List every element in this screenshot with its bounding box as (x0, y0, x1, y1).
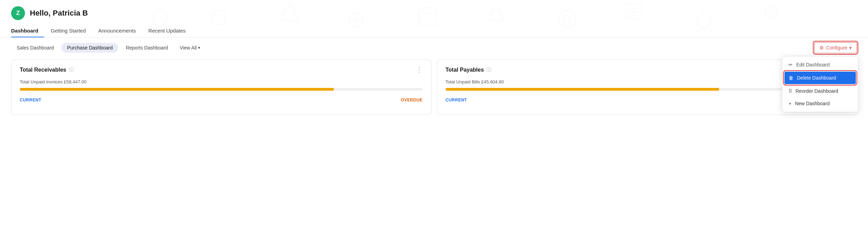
cards-row: Total Receivables ⓘ ⋮ Total Unpaid Invoi… (0, 60, 868, 115)
card-title-row-payables: Total Payables ⓘ (446, 67, 492, 73)
trash-icon: 🗑 (789, 75, 793, 81)
delete-dashboard-label: Delete Dashboard (797, 75, 836, 81)
configure-chevron-icon: ▾ (849, 45, 852, 51)
chip-reports-dashboard[interactable]: Reports Dashboard (120, 43, 173, 53)
tab-recent-updates[interactable]: Recent Updates (142, 24, 192, 37)
dropdown-reorder-dashboard[interactable]: ⠿ Reorder Dashboard (782, 85, 858, 97)
edit-icon: ✏ (789, 62, 793, 67)
dropdown-menu: ✏ Edit Dashboard 🗑 Delete Dashboard ⠿ Re… (782, 56, 858, 112)
new-dashboard-label: New Dashboard (795, 101, 830, 106)
progress-fill-receivables (20, 88, 334, 91)
edit-dashboard-label: Edit Dashboard (796, 62, 830, 67)
greeting: Hello, Patricia B (30, 9, 88, 18)
tab-dashboard[interactable]: Dashboard (11, 24, 44, 37)
dropdown-new-dashboard[interactable]: + New Dashboard (782, 97, 858, 110)
tab-announcements[interactable]: Announcements (92, 24, 142, 37)
filter-chips: Sales Dashboard Purchase Dashboard Repor… (11, 43, 204, 53)
view-all-button[interactable]: View All ▾ (175, 43, 204, 53)
header: Z Hello, Patricia B (0, 0, 868, 24)
card-menu-receivables[interactable]: ⋮ (416, 67, 423, 73)
progress-fill-payables (446, 88, 720, 91)
card-title-receivables: Total Receivables (20, 67, 66, 73)
dropdown-edit-dashboard[interactable]: ✏ Edit Dashboard (782, 58, 858, 71)
chip-sales-dashboard[interactable]: Sales Dashboard (11, 43, 59, 53)
info-icon-receivables[interactable]: ⓘ (69, 67, 74, 73)
card-footer-receivables: CURRENT OVERDUE (20, 98, 423, 102)
dropdown-delete-dashboard[interactable]: 🗑 Delete Dashboard (784, 72, 856, 84)
avatar: Z (11, 6, 25, 20)
chevron-down-icon: ▾ (198, 45, 200, 50)
chip-purchase-dashboard[interactable]: Purchase Dashboard (61, 43, 118, 53)
plus-icon: + (789, 101, 791, 106)
reorder-icon: ⠿ (789, 88, 792, 94)
nav-tabs: Dashboard Getting Started Announcements … (0, 24, 868, 37)
progress-bar-receivables (20, 88, 423, 91)
label-overdue-receivables: OVERDUE (401, 98, 423, 102)
card-title-row-receivables: Total Receivables ⓘ (20, 67, 74, 73)
filter-bar: Sales Dashboard Purchase Dashboard Repor… (0, 37, 868, 58)
card-subtitle-receivables: Total Unpaid Invoices £58,447.00 (20, 79, 423, 84)
info-icon-payables[interactable]: ⓘ (487, 67, 491, 73)
label-current-payables: CURRENT (446, 98, 467, 102)
card-title-payables: Total Payables (446, 67, 484, 73)
tab-getting-started[interactable]: Getting Started (44, 24, 92, 37)
reorder-dashboard-label: Reorder Dashboard (796, 88, 838, 94)
label-current-receivables: CURRENT (20, 98, 41, 102)
configure-icon: ⚙ (819, 45, 824, 51)
card-total-receivables: Total Receivables ⓘ ⋮ Total Unpaid Invoi… (11, 60, 431, 115)
card-header-receivables: Total Receivables ⓘ ⋮ (20, 67, 423, 73)
configure-button[interactable]: ⚙ Configure ▾ (814, 42, 857, 53)
